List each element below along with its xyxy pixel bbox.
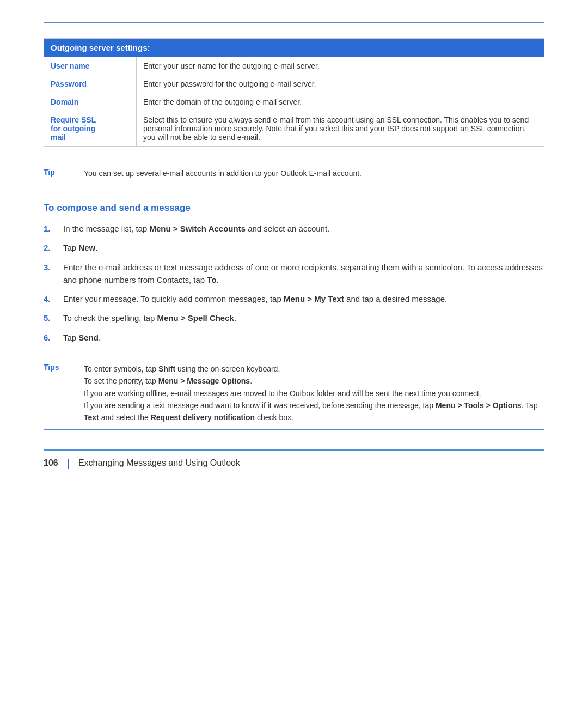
table-label-ssl: Require SSLfor outgoingmail [44, 111, 137, 147]
table-row: User name Enter your user name for the o… [44, 57, 544, 75]
table-row: Domain Enter the domain of the outgoing … [44, 93, 544, 111]
settings-table: Outgoing server settings: User name Ente… [44, 38, 544, 147]
tip-box: Tip You can set up several e-mail accoun… [44, 162, 544, 185]
step-number-2: 2. [44, 241, 63, 254]
list-item: 3. Enter the e-mail address or text mess… [44, 261, 544, 287]
step-text-4: Enter your message. To quickly add commo… [63, 293, 544, 305]
step-text-3: Enter the e-mail address or text message… [63, 261, 544, 287]
step-text-5: To check the spelling, tap Menu > Spell … [63, 312, 544, 324]
table-desc-username: Enter your user name for the outgoing e-… [137, 57, 544, 75]
top-rule [44, 22, 544, 23]
step-number-1: 1. [44, 222, 63, 235]
list-item: 5. To check the spelling, tap Menu > Spe… [44, 312, 544, 324]
tip-text: You can set up several e-mail accounts i… [84, 168, 362, 179]
footer-title: Exchanging Messages and Using Outlook [78, 458, 240, 468]
list-item: 6. Tap Send. [44, 331, 544, 344]
table-label-domain: Domain [44, 93, 137, 111]
section-heading: To compose and send a message [44, 203, 544, 214]
page-number: 106 [44, 458, 58, 468]
table-label-username: User name [44, 57, 137, 75]
table-header-row: Outgoing server settings: [44, 39, 544, 57]
step-text-2: Tap New. [63, 241, 544, 254]
step-number-3: 3. [44, 261, 63, 274]
table-row: Password Enter your password for the out… [44, 75, 544, 93]
list-item: 4. Enter your message. To quickly add co… [44, 293, 544, 305]
tip-label: Tip [44, 168, 71, 177]
tips-content: To enter symbols, tap Shift using the on… [84, 363, 544, 424]
table-label-password: Password [44, 75, 137, 93]
table-desc-ssl: Select this to ensure you always send e-… [137, 111, 544, 147]
steps-list: 1. In the message list, tap Menu > Switc… [44, 222, 544, 344]
tips-label: Tips [44, 363, 71, 372]
step-text-1: In the message list, tap Menu > Switch A… [63, 222, 544, 235]
list-item: 2. Tap New. [44, 241, 544, 254]
table-header-cell: Outgoing server settings: [44, 39, 544, 57]
step-text-6: Tap Send. [63, 331, 544, 344]
table-row: Require SSLfor outgoingmail Select this … [44, 111, 544, 147]
table-desc-domain: Enter the domain of the outgoing e-mail … [137, 93, 544, 111]
step-number-6: 6. [44, 331, 63, 344]
page-footer: 106 | Exchanging Messages and Using Outl… [44, 449, 544, 470]
footer-separator: | [67, 457, 70, 470]
list-item: 1. In the message list, tap Menu > Switc… [44, 222, 544, 235]
table-desc-password: Enter your password for the outgoing e-m… [137, 75, 544, 93]
step-number-4: 4. [44, 293, 63, 305]
step-number-5: 5. [44, 312, 63, 324]
tips-box: Tips To enter symbols, tap Shift using t… [44, 357, 544, 430]
